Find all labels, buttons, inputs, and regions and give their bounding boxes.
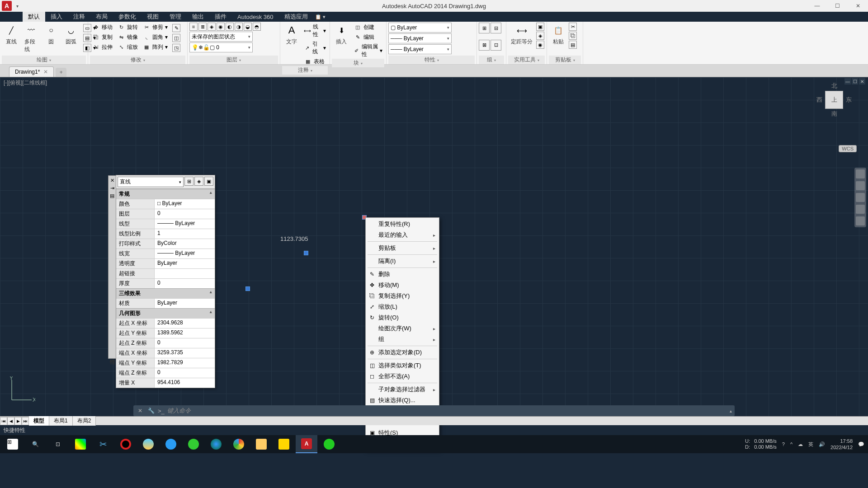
- ribbon-fillet[interactable]: ◟圆角▾: [141, 33, 170, 42]
- ctx-move[interactable]: ✥移动(M): [366, 280, 439, 291]
- ribbon-array[interactable]: ▦阵列▾: [141, 42, 170, 52]
- menu-insert[interactable]: 插入: [45, 12, 68, 22]
- clip-1[interactable]: ✂: [569, 23, 577, 31]
- cmd-config-icon[interactable]: 🔧: [147, 407, 155, 415]
- prop-layer-val[interactable]: 0: [155, 209, 215, 219]
- ctx-clipboard[interactable]: 剪贴板▸: [366, 243, 439, 253]
- ctx-recent[interactable]: 最近的输入▸: [366, 230, 439, 240]
- ribbon-insert[interactable]: ⬇插入: [332, 23, 351, 47]
- menu-a360[interactable]: Autodesk 360: [232, 13, 279, 21]
- menu-layout[interactable]: 布局: [90, 12, 113, 22]
- tb-autocad[interactable]: A: [296, 435, 317, 453]
- grp-3[interactable]: ⊠: [479, 40, 490, 51]
- ctx-select-similar[interactable]: ◫选择类似对象(T): [366, 360, 439, 371]
- cmd-history-icon[interactable]: ▴: [730, 408, 732, 413]
- prop-cat-general[interactable]: 常规▴: [116, 189, 215, 199]
- prop-ltype-val[interactable]: ——— ByLayer: [155, 219, 215, 229]
- viewcube-top[interactable]: 上: [825, 91, 843, 109]
- prop-menu-icon[interactable]: ▤: [110, 193, 114, 199]
- prop-transp-val[interactable]: ByLayer: [155, 259, 215, 268]
- nav-wheel-icon[interactable]: [856, 169, 865, 178]
- ribbon-polyline[interactable]: 〰多段线: [22, 23, 41, 54]
- tb-app-1[interactable]: [70, 435, 91, 453]
- prop-ltype-combo[interactable]: ─── ByLayer▾: [388, 44, 452, 54]
- ctx-scale[interactable]: ⤢缩放(L): [366, 301, 439, 312]
- ribbon-copy[interactable]: ⿻复制: [90, 33, 114, 42]
- ribbon-group-block[interactable]: 块: [332, 59, 384, 67]
- layout-tab-model[interactable]: 模型: [29, 416, 49, 426]
- menu-annotate[interactable]: 注释: [68, 12, 90, 22]
- system-clock[interactable]: 17:58 2022/4/12: [830, 438, 853, 451]
- ctx-quick-select[interactable]: ▤快速选择(Q)...: [366, 395, 439, 406]
- util-3[interactable]: ◉: [536, 41, 544, 49]
- ribbon-group-prop[interactable]: 特性: [388, 56, 475, 64]
- ribbon-stretch[interactable]: ⇲拉伸: [90, 42, 114, 52]
- menu-parametric[interactable]: 参数化: [113, 12, 142, 22]
- layer-icon-8[interactable]: ◓: [253, 23, 261, 31]
- menu-extra-icon[interactable]: 📋 ▾: [315, 14, 326, 20]
- nav-orbit-icon[interactable]: [856, 205, 865, 214]
- layer-icon-3[interactable]: ◈: [208, 23, 216, 31]
- tb-app-2[interactable]: ✂: [92, 435, 114, 453]
- ctx-add-selected[interactable]: ⊕添加选定对象(D): [366, 347, 439, 358]
- ribbon-mod-b[interactable]: ◫: [170, 33, 182, 42]
- menu-output[interactable]: 输出: [187, 12, 209, 22]
- ribbon-arc[interactable]: ◡圆弧: [61, 23, 80, 47]
- prop-close-icon[interactable]: ✕: [110, 178, 114, 183]
- layout-nav-first[interactable]: ⏮: [0, 417, 7, 425]
- tray-chevron-icon[interactable]: ^: [790, 441, 793, 447]
- grp-4[interactable]: ⊡: [491, 40, 501, 51]
- cmd-close-icon[interactable]: ✕: [136, 407, 144, 415]
- ribbon-editattr[interactable]: ✐编辑属性▾: [352, 42, 384, 59]
- layer-icon-2[interactable]: ≣: [198, 23, 207, 31]
- tb-app-4[interactable]: [137, 435, 159, 453]
- prop-pin-icon[interactable]: ⇥: [110, 185, 114, 191]
- layer-state-combo[interactable]: 未保存的图层状态▾: [189, 32, 253, 42]
- ribbon-paste[interactable]: 📋粘贴: [549, 23, 568, 47]
- menu-manage[interactable]: 管理: [164, 12, 187, 22]
- maximize-button[interactable]: ☐: [827, 0, 848, 12]
- ribbon-rotate[interactable]: ↻旋转: [115, 23, 140, 32]
- ribbon-leader[interactable]: ↗引线▾: [302, 40, 328, 56]
- prop-hlink-val[interactable]: [155, 269, 215, 278]
- tb-app-3[interactable]: [115, 435, 137, 453]
- layout-nav-prev[interactable]: ◀: [7, 417, 14, 425]
- prop-ez-val[interactable]: 0: [155, 368, 215, 378]
- properties-panel[interactable]: ✕ ⇥ ▤ 特性 直线▾ ⊞ ◈ ▣ 常规▴ 颜色□ ByLayer 图层0 线…: [116, 175, 215, 388]
- ribbon-group-util[interactable]: 实用工具: [508, 56, 545, 64]
- menu-view[interactable]: 视图: [142, 12, 164, 22]
- taskview-button[interactable]: ⊡: [47, 435, 69, 453]
- layer-icon-1[interactable]: ≡: [189, 23, 198, 31]
- ctx-delete[interactable]: ✎删除: [366, 269, 439, 280]
- prop-lscale-val[interactable]: 1: [155, 229, 215, 239]
- tray-help-icon[interactable]: ?: [782, 441, 785, 447]
- menu-plugins[interactable]: 插件: [209, 12, 232, 22]
- ribbon-group-draw[interactable]: 绘图: [2, 56, 86, 64]
- ribbon-trim[interactable]: ✂修剪▾: [141, 23, 170, 32]
- menu-default[interactable]: 默认: [23, 12, 45, 22]
- layer-icon-7[interactable]: ◒: [244, 23, 252, 31]
- tb-edge[interactable]: [205, 435, 227, 453]
- layer-current-combo[interactable]: 💡❄🔓▢ 0▾: [189, 42, 253, 52]
- ribbon-edit[interactable]: ✎编辑: [352, 33, 384, 42]
- grip-start[interactable]: [245, 286, 250, 291]
- view-label[interactable]: [-][俯视][二维线框]: [4, 79, 47, 87]
- tray-notifications-icon[interactable]: 💬: [858, 441, 864, 447]
- nav-bar[interactable]: [854, 168, 866, 227]
- nav-zoom-icon[interactable]: [856, 193, 865, 202]
- ribbon-table[interactable]: ▦表格: [302, 57, 328, 66]
- nav-pan-icon[interactable]: [856, 181, 865, 190]
- prop-dx-val[interactable]: 954.4106: [155, 378, 215, 388]
- prop-sx-val[interactable]: 2304.9628: [155, 319, 215, 328]
- grp-2[interactable]: ⊟: [491, 23, 501, 33]
- ctx-repeat[interactable]: 重复特性(R): [366, 219, 439, 230]
- tb-explorer[interactable]: [250, 435, 272, 453]
- prop-color-combo[interactable]: ▢ ByLayer▾: [388, 23, 452, 33]
- ribbon-move[interactable]: ✥移动: [90, 23, 114, 32]
- ribbon-group-layer[interactable]: 图层: [189, 56, 278, 64]
- drawing-canvas[interactable]: [-][俯视][二维线框] — ☐ ✕ 1123.7305 北 西 上 东 南 …: [0, 77, 868, 425]
- viewport-close[interactable]: ✕: [859, 78, 865, 84]
- ribbon-mod-a[interactable]: ✎: [170, 23, 182, 33]
- prop-lweight-val[interactable]: ——— ByLayer: [155, 249, 215, 258]
- ribbon-mod-c[interactable]: ◳: [170, 43, 182, 52]
